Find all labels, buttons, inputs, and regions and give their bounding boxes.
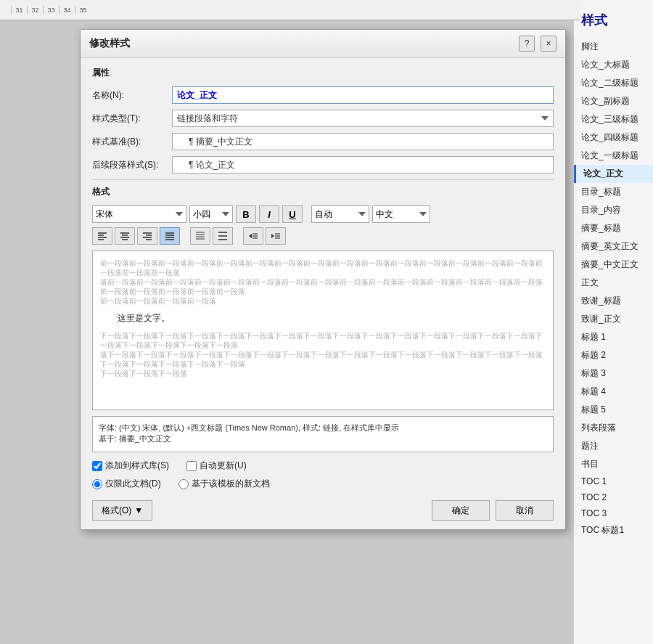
add-to-library-checkbox[interactable]: 添加到样式库(S) <box>92 460 169 472</box>
ruler-mark: 32 <box>27 6 43 15</box>
style-list-item[interactable]: TOC 1 <box>574 473 653 489</box>
new-doc-template-label: 基于该模板的新文档 <box>192 478 270 490</box>
new-doc-template-input[interactable] <box>178 479 189 489</box>
style-list-item[interactable]: TOC 2 <box>574 489 653 505</box>
align-justify-button[interactable] <box>160 227 180 245</box>
style-list-item[interactable]: 摘要_英文正文 <box>574 237 653 256</box>
bold-button[interactable]: B <box>236 205 256 223</box>
align-left-button[interactable] <box>92 227 112 245</box>
desc-line2: 基于: 摘要_中文正文 <box>99 433 547 444</box>
divider <box>92 179 554 180</box>
right-buttons: 确定 取消 <box>432 500 554 521</box>
format-btn-label: 格式(O) <box>102 505 131 517</box>
dialog-title: 修改样式 <box>89 37 130 50</box>
preview-area: 前一段落前一段落前一段落前一段落前一段落前一段落前一段落前一段落前一段落前一段落… <box>92 250 554 410</box>
style-list-item[interactable]: 致谢_标题 <box>574 292 653 310</box>
style-list-item[interactable]: 标题 2 <box>574 346 653 364</box>
align-right-button[interactable] <box>137 227 157 245</box>
new-doc-template-radio[interactable]: 基于该模板的新文档 <box>178 478 270 490</box>
checkbox-row: 添加到样式库(S) 自动更新(U) <box>92 460 554 472</box>
size-select[interactable]: 小四 <box>189 205 233 223</box>
style-list-item[interactable]: 目录_标题 <box>574 183 653 201</box>
auto-update-input[interactable] <box>186 461 197 471</box>
style-list-item[interactable]: 致谢_正文 <box>574 310 653 328</box>
style-list-item[interactable]: 论文_二级标题 <box>574 74 653 92</box>
style-type-row: 样式类型(T): 链接段落和字符 <box>92 110 554 127</box>
styles-panel-title: 样式 <box>574 6 653 38</box>
auto-update-label: 自动更新(U) <box>200 460 247 472</box>
add-to-library-input[interactable] <box>92 461 102 471</box>
style-list-item[interactable]: 书目 <box>574 455 653 473</box>
style-list-item[interactable]: 正文 <box>574 274 653 292</box>
style-list-item[interactable]: 列表段落 <box>574 419 653 437</box>
add-to-library-label: 添加到样式库(S) <box>105 460 169 472</box>
only-this-doc-radio[interactable]: 仅限此文档(D) <box>92 478 161 490</box>
svg-marker-27 <box>271 234 274 238</box>
color-select[interactable]: 自动 <box>311 205 369 223</box>
preview-next-text: 下一段落下一段落下一段落下一段落下一段落下一段落下一段落下一段落下一段落下一段落… <box>100 331 546 378</box>
style-list-item[interactable]: 论文_正文 <box>574 165 653 183</box>
desc-line1: 字体: (中文) 宋体, (默认) +西文标题 (Times New Roman… <box>99 423 547 433</box>
auto-update-checkbox[interactable]: 自动更新(U) <box>186 460 247 472</box>
style-list-item[interactable]: 论文_大标题 <box>574 56 653 74</box>
style-list-item[interactable]: TOC 3 <box>574 505 653 521</box>
radio-row: 仅限此文档(D) 基于该模板的新文档 <box>92 478 554 490</box>
style-list-item[interactable]: TOC 标题1 <box>574 521 653 539</box>
style-based-label: 样式基准(B): <box>92 136 172 148</box>
format-label: 格式 <box>92 186 554 198</box>
only-this-doc-input[interactable] <box>92 479 102 489</box>
next-style-row: 后续段落样式(S): ¶ 论文_正文 <box>92 156 554 174</box>
style-list-item[interactable]: 摘要_标题 <box>574 219 653 237</box>
style-list-item[interactable]: 目录_内容 <box>574 201 653 219</box>
only-this-doc-label: 仅限此文档(D) <box>105 478 161 490</box>
preview-current-text: 这里是文字。 <box>100 311 546 325</box>
separator <box>182 227 188 245</box>
ruler-mark: 35 <box>75 6 91 15</box>
modify-style-dialog: 修改样式 ? × 属性 名称(N): 样式类型(T): 链接段落和字符 样式基准… <box>80 29 566 530</box>
cancel-button[interactable]: 取消 <box>496 500 554 521</box>
decrease-indent-button[interactable] <box>243 227 263 245</box>
style-list-item[interactable]: 论文_三级标题 <box>574 110 653 129</box>
ruler-mark: 31 <box>11 6 27 15</box>
ruler-marks: 31 32 33 34 35 <box>11 6 91 15</box>
style-list-item[interactable]: 标题 3 <box>574 364 653 383</box>
style-list-item[interactable]: 论文_四级标题 <box>574 129 653 147</box>
style-type-select[interactable]: 链接段落和字符 <box>172 110 554 127</box>
close-button[interactable]: × <box>541 36 557 52</box>
italic-button[interactable]: I <box>259 205 279 223</box>
alignment-row <box>92 227 554 245</box>
help-button[interactable]: ? <box>519 36 535 52</box>
preview-prev-text: 前一段落前一段落前一段落前一段落前一段落前一段落前一段落前一段落前一段落前一段落… <box>100 258 546 306</box>
ruler-mark: 33 <box>43 6 59 15</box>
align-center-button[interactable] <box>115 227 135 245</box>
next-style-select[interactable]: ¶ 论文_正文 <box>172 156 554 174</box>
style-based-row: 样式基准(B): ¶ 摘要_中文正文 <box>92 133 554 150</box>
separator2 <box>235 227 241 245</box>
lang-select[interactable]: 中文 <box>372 205 430 223</box>
name-input[interactable] <box>172 86 554 104</box>
styles-panel: 样式 脚注论文_大标题论文_二级标题论文_副标题论文_三级标题论文_四级标题论文… <box>573 0 653 644</box>
ok-button[interactable]: 确定 <box>432 500 490 521</box>
styles-list: 脚注论文_大标题论文_二级标题论文_副标题论文_三级标题论文_四级标题论文_一级… <box>574 38 653 539</box>
format-font-row: 宋体 小四 B I U 自动 中文 <box>92 205 554 223</box>
double-spacing-button[interactable] <box>213 227 233 245</box>
format-dropdown-button[interactable]: 格式(O) ▼ <box>92 500 152 521</box>
style-based-select[interactable]: ¶ 摘要_中文正文 <box>172 133 554 150</box>
dialog-titlebar: 修改样式 ? × <box>81 30 565 58</box>
svg-marker-23 <box>249 234 252 238</box>
dropdown-arrow-icon: ▼ <box>134 505 143 515</box>
style-list-item[interactable]: 摘要_中文正文 <box>574 256 653 274</box>
ruler-mark: 34 <box>59 6 75 15</box>
style-list-item[interactable]: 标题 1 <box>574 328 653 346</box>
name-row: 名称(N): <box>92 86 554 104</box>
style-list-item[interactable]: 题注 <box>574 437 653 455</box>
underline-button[interactable]: U <box>282 205 303 223</box>
style-list-item[interactable]: 论文_一级标题 <box>574 147 653 165</box>
style-list-item[interactable]: 脚注 <box>574 38 653 56</box>
style-list-item[interactable]: 标题 4 <box>574 383 653 401</box>
style-list-item[interactable]: 标题 5 <box>574 401 653 419</box>
font-select[interactable]: 宋体 <box>92 205 186 223</box>
single-spacing-button[interactable] <box>190 227 210 245</box>
increase-indent-button[interactable] <box>266 227 286 245</box>
style-list-item[interactable]: 论文_副标题 <box>574 92 653 110</box>
